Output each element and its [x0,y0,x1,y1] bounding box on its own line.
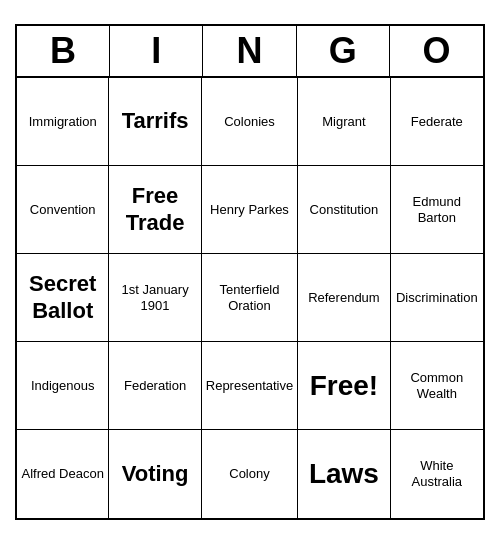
bingo-card: BINGO ImmigrationTarrifsColoniesMigrantF… [15,24,485,520]
bingo-cell-8[interactable]: Constitution [298,166,390,254]
bingo-letter-i: I [110,26,203,76]
bingo-cell-13[interactable]: Referendum [298,254,390,342]
bingo-cell-15[interactable]: Indigenous [17,342,109,430]
bingo-cell-2[interactable]: Colonies [202,78,298,166]
bingo-cell-21[interactable]: Voting [109,430,201,518]
bingo-cell-5[interactable]: Convention [17,166,109,254]
bingo-cell-12[interactable]: Tenterfield Oration [202,254,298,342]
bingo-header: BINGO [17,26,483,78]
bingo-cell-1[interactable]: Tarrifs [109,78,201,166]
bingo-cell-3[interactable]: Migrant [298,78,390,166]
bingo-cell-24[interactable]: White Australia [391,430,483,518]
bingo-cell-6[interactable]: Free Trade [109,166,201,254]
bingo-cell-10[interactable]: Secret Ballot [17,254,109,342]
bingo-cell-9[interactable]: Edmund Barton [391,166,483,254]
bingo-cell-7[interactable]: Henry Parkes [202,166,298,254]
bingo-letter-b: B [17,26,110,76]
bingo-cell-18[interactable]: Free! [298,342,390,430]
bingo-letter-n: N [203,26,296,76]
bingo-cell-16[interactable]: Federation [109,342,201,430]
bingo-cell-11[interactable]: 1st January 1901 [109,254,201,342]
bingo-cell-4[interactable]: Federate [391,78,483,166]
bingo-cell-22[interactable]: Colony [202,430,298,518]
bingo-cell-0[interactable]: Immigration [17,78,109,166]
bingo-cell-20[interactable]: Alfred Deacon [17,430,109,518]
bingo-cell-19[interactable]: Common Wealth [391,342,483,430]
bingo-grid: ImmigrationTarrifsColoniesMigrantFederat… [17,78,483,518]
bingo-cell-14[interactable]: Discrimination [391,254,483,342]
bingo-cell-17[interactable]: Representative [202,342,298,430]
bingo-cell-23[interactable]: Laws [298,430,390,518]
bingo-letter-g: G [297,26,390,76]
bingo-letter-o: O [390,26,483,76]
